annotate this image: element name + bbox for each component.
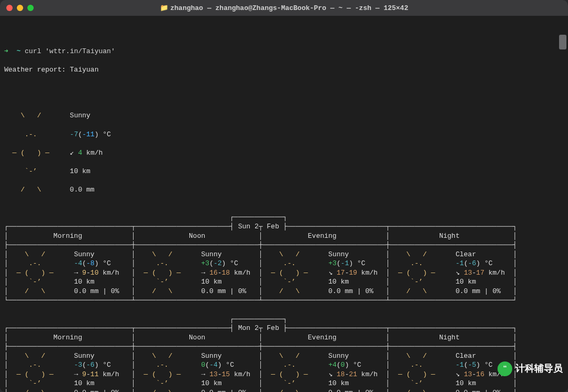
prompt-arrow-icon: ➜ xyxy=(4,47,8,55)
table-row: │ .-. -3(-6) °C │ .-. 0(-4) °C │ .-. +4(… xyxy=(4,360,564,370)
prompt-line: ➜ ~ curl 'wttr.in/Taiyuan' xyxy=(4,47,564,56)
table-row: │ `-’ 10 km │ `-’ 10 km │ `-’ 10 km │ `-… xyxy=(4,379,564,388)
watermark: ❝ 计科辅导员 xyxy=(498,361,563,376)
current-ascii-2: .-. -7(-11) °C xyxy=(4,130,564,139)
table-row: │ \ / Sunny │ \ / Sunny │ \ / Sunny │ \ … xyxy=(4,250,564,259)
table-row: │ .-. -4(-8) °C │ .-. +3(-2) °C │ .-. +3… xyxy=(4,259,564,268)
table-row: │ `-’ 10 km │ `-’ 10 km │ `-’ 10 km │ `-… xyxy=(4,277,564,287)
titlebar: 📁zhanghao — zhanghao@Zhangs-MacBook-Pro … xyxy=(0,0,568,16)
wechat-icon: ❝ xyxy=(498,361,512,376)
table-border: ┌──────────────────────────────┬────────… xyxy=(4,324,564,333)
current-ascii-3: ― ( ) ― ↙ 4 km/h xyxy=(4,148,564,158)
terminal-body[interactable]: ➜ ~ curl 'wttr.in/Taiyuan' Weather repor… xyxy=(0,16,568,392)
table-date-tab: ┌────────────┐ xyxy=(4,213,564,222)
window-title: 📁zhanghao — zhanghao@Zhangs-MacBook-Pro … xyxy=(0,4,568,12)
table-row: │ \ / Sunny │ \ / Sunny │ \ / Sunny │ \ … xyxy=(4,351,564,361)
table-row: │ ― ( ) ― → 9-11 km/h │ ― ( ) ― → 13-15 … xyxy=(4,370,564,379)
table-row: │ / \ 0.0 mm | 0% │ / \ 0.0 mm | 0% │ / … xyxy=(4,287,564,296)
watermark-text: 计科辅导员 xyxy=(515,363,563,375)
prompt-path: ~ xyxy=(16,47,21,55)
table-header: │ Morning │ Noon │ Evening │ Night │ xyxy=(4,333,564,343)
scrollbar-thumb[interactable] xyxy=(559,35,566,49)
table-header: │ Morning │ Noon │ Evening │ Night │ xyxy=(4,232,564,241)
current-ascii-1: \ / Sunny xyxy=(4,111,564,120)
folder-icon: 📁 xyxy=(160,4,168,12)
terminal-window: 📁zhanghao — zhanghao@Zhangs-MacBook-Pro … xyxy=(0,0,568,392)
table-border: ├──────────────────────────────┼────────… xyxy=(4,240,564,250)
window-title-text: zhanghao — zhanghao@Zhangs-MacBook-Pro —… xyxy=(170,4,408,12)
report-line: Weather report: Taiyuan xyxy=(4,65,564,75)
current-ascii-4: `-’ 10 km xyxy=(4,167,564,176)
table-border: ├──────────────────────────────┼────────… xyxy=(4,342,564,351)
current-ascii-5: / \ 0.0 mm xyxy=(4,185,564,195)
forecast-tables: ┌────────────┐ ┌────────────────────────… xyxy=(4,213,564,392)
table-border: └──────────────────────────────┴────────… xyxy=(4,296,564,305)
table-border: ┌──────────────────────────────┬────────… xyxy=(4,222,564,232)
table-date-tab: ┌────────────┐ xyxy=(4,315,564,324)
blank xyxy=(4,305,564,315)
table-row: │ ― ( ) ― → 9-10 km/h │ ― ( ) ― → 16-18 … xyxy=(4,268,564,278)
command-text: curl 'wttr.in/Taiyuan' xyxy=(25,47,115,55)
blank-1 xyxy=(4,84,564,93)
table-row: │ / \ 0.0 mm | 0% │ / \ 0.0 mm | 0% │ / … xyxy=(4,388,564,392)
